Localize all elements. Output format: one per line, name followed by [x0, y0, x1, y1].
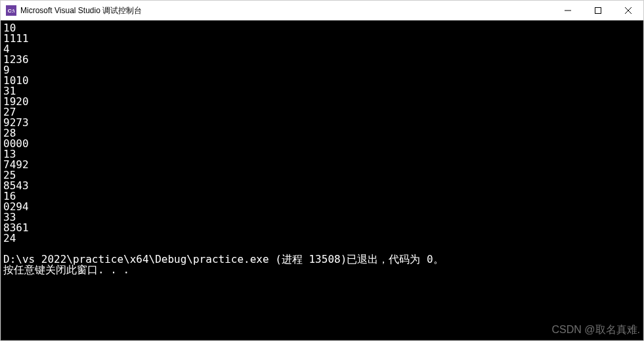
titlebar: C:\ Microsoft Visual Studio 调试控制台 [1, 1, 643, 20]
window-title: Microsoft Visual Studio 调试控制台 [20, 5, 553, 16]
close-icon [625, 7, 632, 14]
window-controls [553, 1, 643, 20]
close-button[interactable] [613, 1, 643, 20]
console-area-wrap: 10 1111 4 1236 9 1010 31 1920 27 9273 28… [1, 20, 643, 340]
svg-rect-1 [595, 8, 601, 14]
maximize-icon [595, 7, 601, 14]
minimize-button[interactable] [553, 1, 583, 20]
app-icon: C:\ [6, 5, 16, 16]
maximize-button[interactable] [583, 1, 613, 20]
console-window: C:\ Microsoft Visual Studio 调试控制台 10 111… [0, 0, 644, 341]
console-output[interactable]: 10 1111 4 1236 9 1010 31 1920 27 9273 28… [2, 22, 642, 339]
minimize-icon [565, 7, 571, 14]
